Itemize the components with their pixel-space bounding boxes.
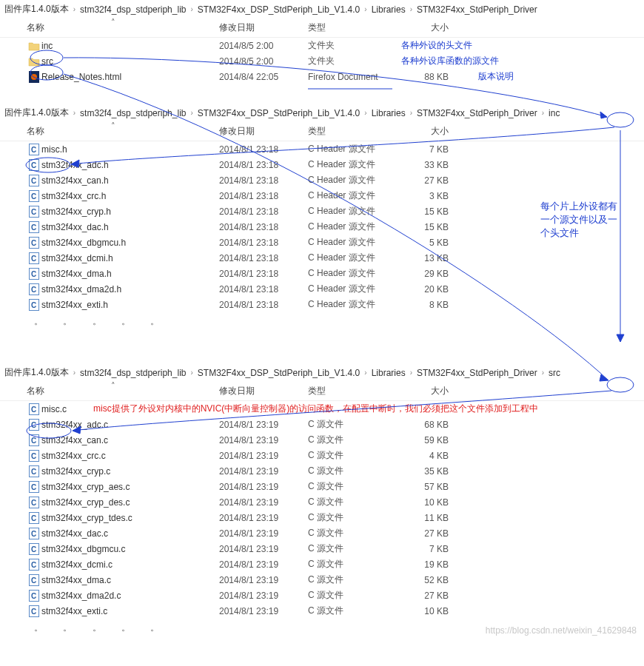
file-name: stm32f4xx_dac.h	[41, 222, 219, 232]
breadcrumb-item[interactable]: stm32f4_dsp_stdperiph_lib	[80, 108, 186, 118]
list-item[interactable]: Cstm32f4xx_adc.c2014/8/1 23:19C 源文件68 KB	[0, 417, 644, 432]
file-date: 2014/8/1 23:18	[219, 222, 308, 232]
list-item[interactable]: Cstm32f4xx_exti.c2014/8/1 23:19C 源文件10 K…	[0, 603, 644, 619]
list-item[interactable]: Cstm32f4xx_dma2d.h2014/8/1 23:18C Header…	[0, 281, 644, 297]
c-file-icon: C	[29, 590, 39, 602]
sort-chevron-icon[interactable]: ˄	[111, 381, 115, 391]
list-item[interactable]: Cstm32f4xx_crc.c2014/8/1 23:19C 源文件4 KB	[0, 448, 644, 463]
file-type: C Header 源文件	[308, 143, 397, 155]
svg-text:C: C	[31, 468, 36, 476]
file-size: 19 KB	[397, 559, 449, 570]
list-item[interactable]: Cstm32f4xx_dma.c2014/8/1 23:19C 源文件52 KB	[0, 572, 644, 588]
breadcrumb-item[interactable]: STM32F4xx_StdPeriph_Driver	[417, 368, 537, 378]
col-type[interactable]: 类型	[308, 125, 397, 138]
file-date: 2014/8/1 23:18	[219, 191, 308, 201]
col-size[interactable]: 大小	[397, 21, 449, 34]
breadcrumb-sep-icon: ›	[72, 109, 77, 117]
file-list: Cmisc.cmisc提供了外设对内核中的NVIC(中断向量控制器)的访问函数，…	[0, 401, 644, 619]
c-file-icon: C	[29, 252, 39, 264]
list-item[interactable]: Cstm32f4xx_dcmi.c2014/8/1 23:19C 源文件19 K…	[0, 556, 644, 572]
col-type[interactable]: 类型	[308, 21, 397, 34]
file-name: stm32f4xx_dbgmcu.h	[41, 238, 219, 248]
file-name: stm32f4xx_adc.c	[41, 420, 219, 430]
file-name: stm32f4xx_cryp.h	[41, 206, 219, 217]
list-item[interactable]: src2014/8/5 2:00文件夹各种外设库函数的源文件	[0, 53, 644, 69]
list-item[interactable]: Cstm32f4xx_dcmi.h2014/8/1 23:18C Header …	[0, 250, 644, 266]
col-name[interactable]: 名称	[27, 385, 219, 397]
col-size[interactable]: 大小	[397, 385, 449, 397]
panel-src: 固件库1.4.0版本›stm32f4_dsp_stdperiph_lib›STM…	[0, 363, 644, 640]
col-name[interactable]: 名称	[27, 125, 219, 138]
list-item[interactable]: Cstm32f4xx_can.c2014/8/1 23:19C 源文件59 KB	[0, 432, 644, 448]
list-item[interactable]: Cstm32f4xx_cryp_tdes.c2014/8/1 23:19C 源文…	[0, 510, 644, 525]
breadcrumb-item[interactable]: src	[549, 368, 560, 378]
list-item[interactable]: Release_Notes.html2014/8/4 22:05Firefox …	[0, 69, 644, 84]
list-item[interactable]: Cmisc.cmisc提供了外设对内核中的NVIC(中断向量控制器)的访问函数，…	[0, 401, 644, 417]
c-file-icon: C	[29, 465, 39, 477]
list-item[interactable]: Cstm32f4xx_dac.c2014/8/1 23:19C 源文件27 KB	[0, 525, 644, 541]
list-item[interactable]: Cstm32f4xx_cryp.c2014/8/1 23:19C 源文件35 K…	[0, 463, 644, 479]
svg-text:C: C	[31, 223, 36, 232]
breadcrumb[interactable]: 固件库1.4.0版本›stm32f4_dsp_stdperiph_lib›STM…	[0, 363, 644, 382]
c-file-icon: C	[29, 159, 39, 171]
file-name: stm32f4xx_exti.h	[41, 300, 219, 310]
file-date: 2014/8/1 23:18	[219, 160, 308, 170]
file-size: 7 KB	[397, 144, 449, 155]
list-item[interactable]: Cstm32f4xx_can.h2014/8/1 23:18C Header 源…	[0, 172, 644, 188]
col-date[interactable]: 修改日期	[219, 385, 308, 397]
sort-chevron-icon[interactable]: ˄	[111, 18, 115, 27]
list-item[interactable]: Cstm32f4xx_cryp_aes.c2014/8/1 23:19C 源文件…	[0, 479, 644, 494]
breadcrumb-item[interactable]: Libraries	[372, 368, 406, 378]
breadcrumb-item[interactable]: STM32F4xx_StdPeriph_Driver	[417, 4, 537, 15]
list-item[interactable]: Cstm32f4xx_cryp_des.c2014/8/1 23:19C 源文件…	[0, 494, 644, 510]
breadcrumb-item[interactable]: stm32f4_dsp_stdperiph_lib	[80, 368, 186, 378]
breadcrumb-item[interactable]: STM32F4xx_DSP_StdPeriph_Lib_V1.4.0	[198, 4, 360, 15]
file-size: 11 KB	[397, 513, 449, 523]
file-size: 10 KB	[397, 497, 449, 508]
breadcrumb-item[interactable]: 固件库1.4.0版本	[4, 366, 69, 379]
list-item[interactable]: Cstm32f4xx_exti.h2014/8/1 23:18C Header …	[0, 297, 644, 312]
col-type[interactable]: 类型	[308, 385, 397, 397]
sort-chevron-icon[interactable]: ˄	[111, 121, 115, 131]
file-size: 59 KB	[397, 435, 449, 445]
file-name: stm32f4xx_dma2d.c	[41, 591, 219, 601]
list-item[interactable]: Cstm32f4xx_adc.h2014/8/1 23:18C Header 源…	[0, 157, 644, 172]
list-item[interactable]: Cmisc.h2014/8/1 23:18C Header 源文件7 KB	[0, 141, 644, 157]
svg-text:C: C	[31, 192, 36, 201]
c-file-icon: C	[29, 605, 39, 617]
file-date: 2014/8/1 23:18	[219, 175, 308, 186]
c-file-icon: C	[29, 175, 39, 186]
breadcrumb[interactable]: 固件库1.4.0版本›stm32f4_dsp_stdperiph_lib›STM…	[0, 0, 644, 18]
breadcrumb-item[interactable]: 固件库1.4.0版本	[4, 3, 69, 16]
list-item[interactable]: Cstm32f4xx_dma2d.c2014/8/1 23:19C 源文件27 …	[0, 588, 644, 603]
file-name: stm32f4xx_crc.h	[41, 191, 219, 201]
breadcrumb-item[interactable]: 固件库1.4.0版本	[4, 107, 69, 119]
breadcrumb[interactable]: 固件库1.4.0版本›stm32f4_dsp_stdperiph_lib›STM…	[0, 104, 644, 122]
breadcrumb-item[interactable]: STM32F4xx_DSP_StdPeriph_Lib_V1.4.0	[198, 368, 360, 378]
breadcrumb-item[interactable]: Libraries	[372, 108, 406, 118]
breadcrumb-item[interactable]: Libraries	[372, 4, 406, 15]
svg-text:C: C	[31, 286, 36, 294]
svg-text:C: C	[31, 530, 36, 538]
breadcrumb-item[interactable]: stm32f4_dsp_stdperiph_lib	[80, 4, 186, 15]
file-size: 52 KB	[397, 575, 449, 585]
breadcrumb-item[interactable]: STM32F4xx_StdPeriph_Driver	[417, 108, 537, 118]
col-size[interactable]: 大小	[397, 125, 449, 138]
file-type: C 源文件	[308, 527, 397, 539]
file-type: C 源文件	[308, 558, 397, 571]
list-item[interactable]: Cstm32f4xx_dbgmcu.c2014/8/1 23:19C 源文件7 …	[0, 541, 644, 556]
col-date[interactable]: 修改日期	[219, 125, 308, 138]
list-item[interactable]: inc2014/8/5 2:00文件夹各种外设的头文件	[0, 38, 644, 53]
list-item[interactable]: Cstm32f4xx_dma.h2014/8/1 23:18C Header 源…	[0, 266, 644, 281]
file-date: 2014/8/1 23:19	[219, 466, 308, 477]
file-size: 29 KB	[397, 269, 449, 279]
breadcrumb-sep-icon: ›	[540, 369, 546, 377]
panel-inc: 固件库1.4.0版本›stm32f4_dsp_stdperiph_lib›STM…	[0, 104, 644, 334]
col-date[interactable]: 修改日期	[219, 21, 308, 34]
col-name[interactable]: 名称	[27, 21, 219, 34]
file-size: 5 KB	[397, 238, 449, 248]
c-file-icon: C	[29, 497, 39, 508]
file-size: 68 KB	[397, 420, 449, 430]
breadcrumb-item[interactable]: STM32F4xx_DSP_StdPeriph_Lib_V1.4.0	[198, 108, 360, 118]
breadcrumb-item[interactable]: inc	[549, 108, 560, 118]
